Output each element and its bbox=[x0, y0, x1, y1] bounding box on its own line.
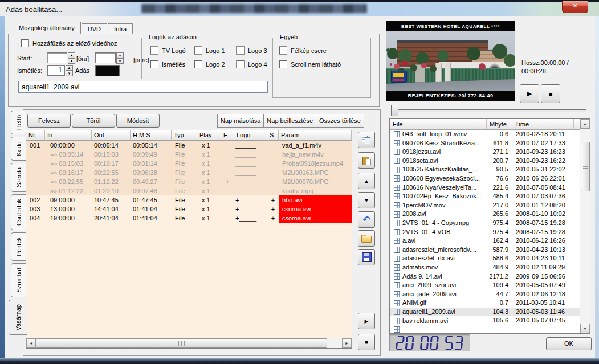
file-row[interactable]: 1percMOV.mov 217.0 2010-01-12 08:20 bbox=[390, 201, 580, 210]
close-button[interactable]: × bbox=[562, 1, 588, 13]
day-action-button[interactable]: Összes törlése bbox=[316, 114, 364, 128]
file-vertical-scrollbar[interactable]: ▲ ▼ bbox=[580, 119, 590, 333]
file-name: admatis.mov bbox=[402, 263, 438, 272]
file-row[interactable]: 100608 EgyevesekaSzoci... 76.6 2010-06-2… bbox=[390, 174, 580, 183]
spin-up-icon[interactable]: ▲ bbox=[66, 65, 73, 71]
day-tab[interactable]: Kedd bbox=[11, 137, 26, 161]
file-row[interactable]: Adás 9. 14.avi 2171.2 2009-09-15 06:56 bbox=[390, 272, 580, 281]
slider-track[interactable] bbox=[395, 109, 586, 112]
file-row[interactable]: adasreszlet_rtx.avi 588.6 2010-04-23 10:… bbox=[390, 254, 580, 263]
checkbox[interactable]: Logo 4 bbox=[236, 60, 267, 68]
checkbox[interactable]: Ismétlés bbox=[150, 60, 194, 68]
file-row[interactable]: 0918jezsu.avi 271.1 2010-09-23 16:23 bbox=[390, 148, 580, 157]
file-row[interactable]: aquarell1_2009.avi 104.3 2010-05-03 11:4… bbox=[390, 308, 580, 317]
spin-down-icon[interactable]: ▼ bbox=[116, 58, 124, 64]
video-file-icon bbox=[394, 238, 400, 244]
file-row[interactable]: adasreszlet_microsoftdv.... 587.9 2010-0… bbox=[390, 246, 580, 255]
file-row[interactable]: 2008.avi 265.6 2008-01-10 10:02 bbox=[390, 210, 580, 219]
save-button[interactable] bbox=[358, 249, 375, 265]
checkbox[interactable]: TV Logó bbox=[150, 46, 194, 55]
schedule-row[interactable]: »» 00:16:17 00:22:55 00:06:38 File x 1 _… bbox=[26, 168, 352, 177]
scroll-left-icon[interactable]: ◄ bbox=[26, 338, 36, 348]
schedule-row[interactable]: 001 00:00:00 00:05:14 00:05:14 File x 1 … bbox=[26, 141, 352, 150]
file-row[interactable]: bav reklamm.avi 105.6 2010-05-07 07:45 bbox=[390, 316, 580, 325]
scroll-down-icon[interactable]: ▼ bbox=[580, 324, 590, 333]
day-action-button[interactable]: Nap beillesztése bbox=[263, 114, 316, 128]
tab[interactable]: DVD bbox=[82, 23, 107, 34]
start-minute-field[interactable] bbox=[95, 52, 116, 63]
spin-down-icon[interactable]: ▼ bbox=[66, 71, 73, 76]
open-button[interactable] bbox=[358, 230, 375, 247]
toolbar-button[interactable]: Felvesz bbox=[27, 114, 71, 128]
move-up-button[interactable]: ▲ bbox=[358, 173, 375, 189]
file-col-name[interactable]: File bbox=[390, 119, 487, 130]
schedule-stop-button[interactable]: ■ bbox=[358, 334, 375, 350]
checkbox[interactable]: Logo 2 bbox=[194, 60, 236, 68]
file-row[interactable]: 100616 NyarVeszelyeiTa... 221.6 2010-07-… bbox=[390, 183, 580, 193]
file-col-mbyte[interactable]: Mbyte bbox=[487, 119, 512, 130]
day-tab[interactable]: Csütörtök bbox=[11, 194, 26, 230]
scroll-right-icon[interactable]: ► bbox=[342, 338, 352, 348]
ok-button[interactable]: OK bbox=[546, 337, 592, 350]
file-row[interactable]: 2VTS_01_4 - Copy.mpg 975.4 2008-07-15 19… bbox=[390, 219, 580, 228]
file-row[interactable]: admatis.mov 484.9 2010-02-11 09:29 bbox=[390, 263, 580, 272]
schedule-row[interactable]: 002 09:00:00 10:47:45 01:47:45 File x 1 … bbox=[26, 195, 352, 205]
append-previous-checkbox[interactable]: Hozzáfüzés az előző videóhoz bbox=[21, 39, 117, 47]
scrollbar-thumb[interactable] bbox=[581, 142, 590, 191]
checkbox[interactable]: Logo 3 bbox=[236, 46, 267, 55]
checkbox[interactable]: Félkép csere bbox=[279, 46, 341, 55]
start-hour-field[interactable] bbox=[47, 52, 67, 63]
schedule-row[interactable]: »» 00:05:14 00:15:03 00:09:49 File x 1 _… bbox=[26, 150, 352, 159]
file-row[interactable]: 100702Hp_Kesz_Birkozok... 485.4 2010-07-… bbox=[390, 192, 580, 201]
toolbar-button[interactable]: Módosit bbox=[116, 114, 160, 128]
spin-down-icon[interactable]: ▼ bbox=[68, 58, 75, 64]
preview-stop-button[interactable]: ■ bbox=[541, 84, 560, 103]
file-row[interactable]: anci_2009_szor.avi 109.4 2010-05-05 07:4… bbox=[390, 281, 580, 290]
schedule-row[interactable]: »» 00:15:03 00:16:17 00:01:14 File x 1 _… bbox=[26, 159, 352, 168]
file-col-time[interactable]: Time bbox=[512, 119, 574, 130]
copy-day-button[interactable] bbox=[358, 132, 375, 148]
schedule-horizontal-scrollbar[interactable]: ◄ ► bbox=[26, 338, 352, 348]
schedule-play-button[interactable]: ▶ bbox=[358, 313, 375, 329]
file-row[interactable]: 2VTS_01_4.VOB 975.4 2008-07-15 19:28 bbox=[390, 228, 580, 237]
checkbox[interactable]: Scroll nem látható bbox=[279, 60, 341, 68]
slider-thumb[interactable] bbox=[391, 105, 398, 116]
file-row[interactable] bbox=[390, 325, 580, 333]
schedule-row[interactable]: 004 19:00:00 20:41:04 01:41:04 File x 1 … bbox=[26, 214, 352, 223]
checkbox[interactable]: Logo 1 bbox=[194, 46, 236, 55]
paste-day-button[interactable] bbox=[358, 152, 375, 169]
spin-up-icon[interactable]: ▲ bbox=[68, 52, 75, 58]
scrollbar-thumb[interactable] bbox=[36, 338, 327, 348]
spin-up-icon[interactable]: ▲ bbox=[116, 52, 124, 58]
day-tab-label: Csütörtök bbox=[15, 199, 22, 226]
day-tab[interactable]: Szerda bbox=[11, 163, 26, 192]
schedule-row[interactable]: »» 00:22:55 01:12:22 00:49:27 File x 1 +… bbox=[26, 177, 352, 186]
day-action-button[interactable]: Nap másolása bbox=[217, 114, 264, 128]
filename-input[interactable] bbox=[18, 81, 268, 93]
tab[interactable]: Infra bbox=[108, 23, 133, 34]
file-row[interactable]: 0918seta.avi 200.7 2010-09-23 16:22 bbox=[390, 157, 580, 166]
scroll-up-icon[interactable]: ▲ bbox=[580, 119, 590, 129]
day-tab[interactable]: Péntek bbox=[11, 232, 26, 261]
toolbar-button[interactable]: Töröl bbox=[72, 114, 115, 128]
repeat-count-field[interactable]: 1 bbox=[47, 65, 65, 76]
seek-slider[interactable] bbox=[389, 104, 589, 117]
file-row[interactable]: ANIM.gif 0.7 2011-03-05 10:41 bbox=[390, 298, 580, 308]
file-row[interactable]: 090706 Kesz StrandKézia... 611.8 2010-07… bbox=[390, 139, 580, 148]
schedule-row[interactable]: 003 13:00:00 14:41:04 01:41:04 File x 1 … bbox=[26, 205, 352, 214]
file-name: a.avi bbox=[402, 236, 415, 246]
day-tab[interactable]: Szombat bbox=[11, 263, 26, 297]
day-tab[interactable]: Hétfő bbox=[11, 111, 26, 134]
video-file-icon bbox=[394, 264, 400, 271]
file-row[interactable]: 100525 KaktuszKiallitas_... 90.5 2010-05… bbox=[390, 165, 580, 174]
file-row[interactable]: anci_jade_2009.avi 44.7 2010-02-06 12:18 bbox=[390, 290, 580, 299]
file-row[interactable]: a.avi 162.4 2010-06-12 16:26 bbox=[390, 236, 580, 246]
day-tab[interactable]: Vasárnap bbox=[9, 300, 27, 335]
preview-play-button[interactable]: ▶ bbox=[520, 84, 539, 103]
schedule-row[interactable]: »» 01:12:22 01:20:10 00:07:48 File x 1 _… bbox=[26, 186, 352, 195]
undo-button[interactable]: ↶ bbox=[358, 211, 375, 228]
file-row[interactable]: 043_soft_loop_01.wmv 0.6 2010-02-18 20:1… bbox=[390, 130, 580, 139]
move-down-button[interactable]: ▼ bbox=[358, 192, 375, 208]
tab[interactable]: Mozgókép állomány bbox=[13, 22, 81, 34]
adas-color-swatch[interactable] bbox=[95, 65, 120, 76]
